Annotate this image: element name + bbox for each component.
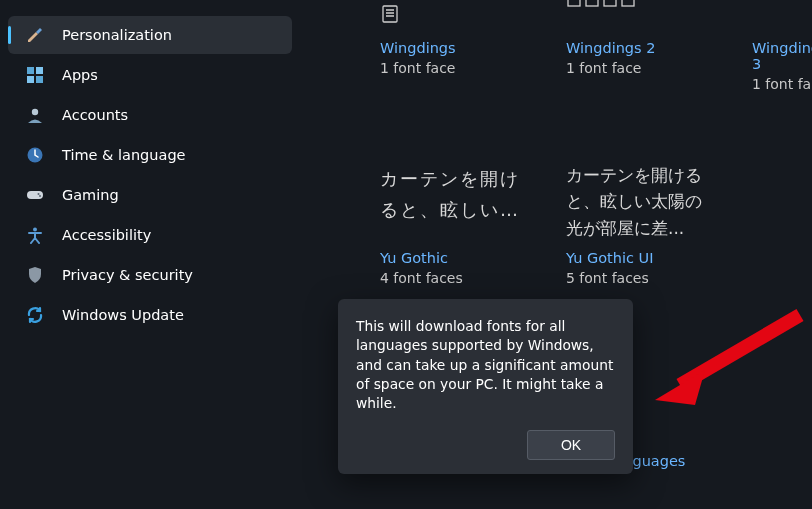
sidebar-item-label: Apps [62,67,98,83]
font-faces-text: 1 font face [566,60,716,76]
sidebar-item-privacy-security[interactable]: Privacy & security [8,256,292,294]
person-icon [26,106,44,124]
sidebar-item-time-language[interactable]: Time & language [8,136,292,174]
svg-point-8 [39,195,41,197]
sidebar-item-personalization[interactable]: Personalization [8,16,292,54]
wingdings-glyphs-icon [380,0,530,30]
sidebar-item-label: Personalization [62,27,172,43]
font-preview [380,0,530,30]
font-name-link[interactable]: Wingdings 2 [566,40,716,56]
brush-icon [26,26,44,44]
svg-rect-16 [568,0,580,6]
font-name-link[interactable]: Wingdings [380,40,530,56]
svg-point-9 [33,228,37,232]
font-preview: カーテンを開けると、眩しい太陽の光が部屋に差... [566,162,716,244]
gamepad-icon [26,186,44,204]
sidebar-item-windows-update[interactable]: Windows Update [8,296,292,334]
sidebar-item-label: Accounts [62,107,128,123]
sidebar-item-apps[interactable]: Apps [8,56,292,94]
svg-rect-19 [622,0,634,6]
wingdings2-glyphs-icon [566,0,716,30]
svg-rect-3 [36,76,43,83]
ok-button[interactable]: OK [527,430,615,460]
svg-point-7 [38,193,40,195]
svg-rect-17 [586,0,598,6]
font-card-wingdings-2[interactable]: Wingdings 2 1 font face [566,0,716,92]
sidebar-item-label: Time & language [62,147,186,163]
shield-icon [26,266,44,284]
dialog-actions: OK [356,430,615,460]
svg-rect-15 [383,6,397,22]
svg-rect-2 [27,76,34,83]
font-row-2: カーテンを開けると、眩しい… Yu Gothic 4 font faces カー… [330,162,812,286]
sidebar-item-gaming[interactable]: Gaming [8,176,292,214]
font-row-1: Wingdings 1 font face Wingdings 2 1 font… [330,0,812,92]
font-card-yu-gothic[interactable]: カーテンを開けると、眩しい… Yu Gothic 4 font faces [380,162,530,286]
font-preview: カーテンを開けると、眩しい… [380,162,530,232]
dialog-message: This will download fonts for all languag… [356,317,615,414]
font-preview [566,0,716,30]
svg-rect-0 [27,67,34,74]
svg-rect-6 [27,191,43,199]
font-preview [752,0,812,30]
download-fonts-dialog: This will download fonts for all languag… [338,299,633,474]
font-name-link[interactable]: Wingdings 3 [752,40,812,72]
font-name-link[interactable]: Yu Gothic UI [566,250,716,266]
font-card-yu-gothic-ui[interactable]: カーテンを開けると、眩しい太陽の光が部屋に差... Yu Gothic UI 5… [566,162,716,286]
font-name-link[interactable]: Yu Gothic [380,250,530,266]
sidebar-item-accessibility[interactable]: Accessibility [8,216,292,254]
svg-point-4 [32,109,38,115]
sidebar-item-label: Windows Update [62,307,184,323]
sync-icon [26,306,44,324]
font-card-wingdings[interactable]: Wingdings 1 font face [380,0,530,92]
sidebar-item-label: Privacy & security [62,267,193,283]
svg-rect-1 [36,67,43,74]
settings-sidebar: Personalization Apps Accounts Time & lan… [0,0,300,509]
clock-icon [26,146,44,164]
font-faces-text: 4 font faces [380,270,530,286]
svg-rect-18 [604,0,616,6]
apps-icon [26,66,44,84]
sidebar-item-accounts[interactable]: Accounts [8,96,292,134]
sidebar-item-label: Accessibility [62,227,151,243]
accessibility-icon [26,226,44,244]
font-faces-text: 5 font faces [566,270,716,286]
font-faces-text: 1 font face [752,76,812,92]
font-card-wingdings-3[interactable]: Wingdings 3 1 font face [752,0,812,92]
font-faces-text: 1 font face [380,60,530,76]
sidebar-item-label: Gaming [62,187,119,203]
